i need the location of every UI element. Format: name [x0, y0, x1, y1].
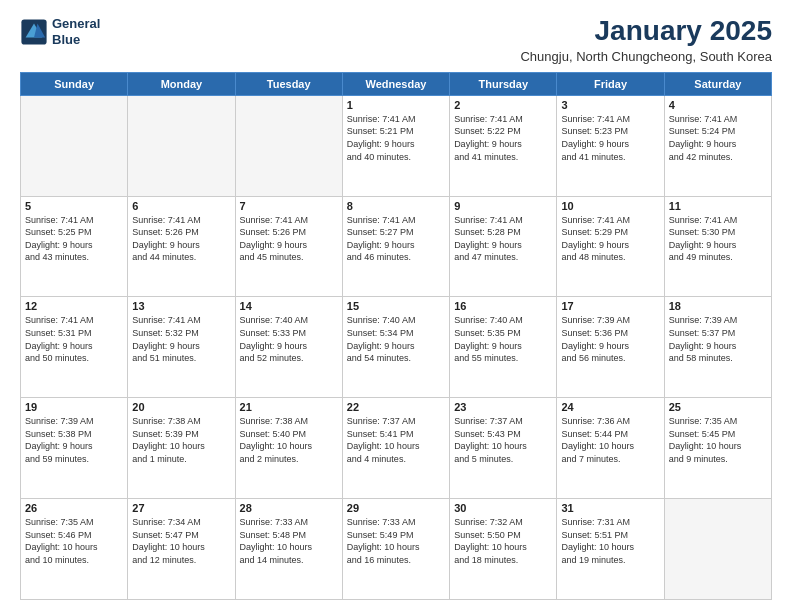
- logo: General Blue: [20, 16, 100, 47]
- day-number: 17: [561, 300, 659, 312]
- day-info: Sunrise: 7:41 AM Sunset: 5:32 PM Dayligh…: [132, 314, 230, 364]
- header: General Blue January 2025 Chungju, North…: [20, 16, 772, 64]
- day-info: Sunrise: 7:32 AM Sunset: 5:50 PM Dayligh…: [454, 516, 552, 566]
- calendar-cell-w5-d1: 26Sunrise: 7:35 AM Sunset: 5:46 PM Dayli…: [21, 499, 128, 600]
- day-info: Sunrise: 7:37 AM Sunset: 5:43 PM Dayligh…: [454, 415, 552, 465]
- header-saturday: Saturday: [664, 72, 771, 95]
- day-number: 21: [240, 401, 338, 413]
- day-number: 8: [347, 200, 445, 212]
- calendar-cell-w3-d3: 14Sunrise: 7:40 AM Sunset: 5:33 PM Dayli…: [235, 297, 342, 398]
- week-row-5: 26Sunrise: 7:35 AM Sunset: 5:46 PM Dayli…: [21, 499, 772, 600]
- calendar-cell-w3-d4: 15Sunrise: 7:40 AM Sunset: 5:34 PM Dayli…: [342, 297, 449, 398]
- calendar-cell-w2-d1: 5Sunrise: 7:41 AM Sunset: 5:25 PM Daylig…: [21, 196, 128, 297]
- day-number: 9: [454, 200, 552, 212]
- calendar-cell-w4-d2: 20Sunrise: 7:38 AM Sunset: 5:39 PM Dayli…: [128, 398, 235, 499]
- day-info: Sunrise: 7:41 AM Sunset: 5:21 PM Dayligh…: [347, 113, 445, 163]
- day-info: Sunrise: 7:41 AM Sunset: 5:23 PM Dayligh…: [561, 113, 659, 163]
- day-info: Sunrise: 7:38 AM Sunset: 5:40 PM Dayligh…: [240, 415, 338, 465]
- day-info: Sunrise: 7:34 AM Sunset: 5:47 PM Dayligh…: [132, 516, 230, 566]
- calendar-cell-w5-d6: 31Sunrise: 7:31 AM Sunset: 5:51 PM Dayli…: [557, 499, 664, 600]
- header-monday: Monday: [128, 72, 235, 95]
- day-info: Sunrise: 7:41 AM Sunset: 5:28 PM Dayligh…: [454, 214, 552, 264]
- day-number: 30: [454, 502, 552, 514]
- day-number: 13: [132, 300, 230, 312]
- logo-line2: Blue: [52, 32, 100, 48]
- calendar-table: Sunday Monday Tuesday Wednesday Thursday…: [20, 72, 772, 600]
- header-tuesday: Tuesday: [235, 72, 342, 95]
- day-info: Sunrise: 7:31 AM Sunset: 5:51 PM Dayligh…: [561, 516, 659, 566]
- day-number: 19: [25, 401, 123, 413]
- calendar-cell-w4-d5: 23Sunrise: 7:37 AM Sunset: 5:43 PM Dayli…: [450, 398, 557, 499]
- week-row-1: 1Sunrise: 7:41 AM Sunset: 5:21 PM Daylig…: [21, 95, 772, 196]
- day-number: 6: [132, 200, 230, 212]
- calendar-cell-w5-d4: 29Sunrise: 7:33 AM Sunset: 5:49 PM Dayli…: [342, 499, 449, 600]
- day-number: 22: [347, 401, 445, 413]
- calendar-cell-w3-d1: 12Sunrise: 7:41 AM Sunset: 5:31 PM Dayli…: [21, 297, 128, 398]
- calendar-cell-w1-d6: 3Sunrise: 7:41 AM Sunset: 5:23 PM Daylig…: [557, 95, 664, 196]
- header-thursday: Thursday: [450, 72, 557, 95]
- day-number: 18: [669, 300, 767, 312]
- calendar-cell-w5-d7: [664, 499, 771, 600]
- day-number: 4: [669, 99, 767, 111]
- header-wednesday: Wednesday: [342, 72, 449, 95]
- day-info: Sunrise: 7:41 AM Sunset: 5:24 PM Dayligh…: [669, 113, 767, 163]
- day-number: 5: [25, 200, 123, 212]
- day-info: Sunrise: 7:39 AM Sunset: 5:38 PM Dayligh…: [25, 415, 123, 465]
- calendar-cell-w5-d3: 28Sunrise: 7:33 AM Sunset: 5:48 PM Dayli…: [235, 499, 342, 600]
- calendar-cell-w2-d5: 9Sunrise: 7:41 AM Sunset: 5:28 PM Daylig…: [450, 196, 557, 297]
- day-number: 28: [240, 502, 338, 514]
- calendar-cell-w1-d3: [235, 95, 342, 196]
- day-number: 27: [132, 502, 230, 514]
- week-row-2: 5Sunrise: 7:41 AM Sunset: 5:25 PM Daylig…: [21, 196, 772, 297]
- day-number: 16: [454, 300, 552, 312]
- day-number: 12: [25, 300, 123, 312]
- calendar-cell-w2-d4: 8Sunrise: 7:41 AM Sunset: 5:27 PM Daylig…: [342, 196, 449, 297]
- day-info: Sunrise: 7:36 AM Sunset: 5:44 PM Dayligh…: [561, 415, 659, 465]
- calendar-cell-w1-d7: 4Sunrise: 7:41 AM Sunset: 5:24 PM Daylig…: [664, 95, 771, 196]
- week-row-4: 19Sunrise: 7:39 AM Sunset: 5:38 PM Dayli…: [21, 398, 772, 499]
- day-info: Sunrise: 7:40 AM Sunset: 5:33 PM Dayligh…: [240, 314, 338, 364]
- logo-line1: General: [52, 16, 100, 32]
- page: General Blue January 2025 Chungju, North…: [0, 0, 792, 612]
- days-header-row: Sunday Monday Tuesday Wednesday Thursday…: [21, 72, 772, 95]
- day-number: 14: [240, 300, 338, 312]
- calendar-cell-w2-d6: 10Sunrise: 7:41 AM Sunset: 5:29 PM Dayli…: [557, 196, 664, 297]
- day-info: Sunrise: 7:35 AM Sunset: 5:45 PM Dayligh…: [669, 415, 767, 465]
- day-info: Sunrise: 7:41 AM Sunset: 5:29 PM Dayligh…: [561, 214, 659, 264]
- day-number: 23: [454, 401, 552, 413]
- day-info: Sunrise: 7:41 AM Sunset: 5:31 PM Dayligh…: [25, 314, 123, 364]
- day-info: Sunrise: 7:39 AM Sunset: 5:37 PM Dayligh…: [669, 314, 767, 364]
- logo-icon: [20, 18, 48, 46]
- calendar-cell-w4-d3: 21Sunrise: 7:38 AM Sunset: 5:40 PM Dayli…: [235, 398, 342, 499]
- day-info: Sunrise: 7:41 AM Sunset: 5:22 PM Dayligh…: [454, 113, 552, 163]
- day-info: Sunrise: 7:33 AM Sunset: 5:49 PM Dayligh…: [347, 516, 445, 566]
- calendar-cell-w4-d7: 25Sunrise: 7:35 AM Sunset: 5:45 PM Dayli…: [664, 398, 771, 499]
- day-number: 7: [240, 200, 338, 212]
- day-info: Sunrise: 7:33 AM Sunset: 5:48 PM Dayligh…: [240, 516, 338, 566]
- day-info: Sunrise: 7:41 AM Sunset: 5:30 PM Dayligh…: [669, 214, 767, 264]
- day-number: 20: [132, 401, 230, 413]
- week-row-3: 12Sunrise: 7:41 AM Sunset: 5:31 PM Dayli…: [21, 297, 772, 398]
- calendar-cell-w4-d1: 19Sunrise: 7:39 AM Sunset: 5:38 PM Dayli…: [21, 398, 128, 499]
- calendar-cell-w2-d3: 7Sunrise: 7:41 AM Sunset: 5:26 PM Daylig…: [235, 196, 342, 297]
- day-number: 1: [347, 99, 445, 111]
- calendar-cell-w3-d5: 16Sunrise: 7:40 AM Sunset: 5:35 PM Dayli…: [450, 297, 557, 398]
- day-info: Sunrise: 7:41 AM Sunset: 5:26 PM Dayligh…: [132, 214, 230, 264]
- calendar-cell-w5-d5: 30Sunrise: 7:32 AM Sunset: 5:50 PM Dayli…: [450, 499, 557, 600]
- day-number: 11: [669, 200, 767, 212]
- location-subtitle: Chungju, North Chungcheong, South Korea: [520, 49, 772, 64]
- day-info: Sunrise: 7:38 AM Sunset: 5:39 PM Dayligh…: [132, 415, 230, 465]
- day-info: Sunrise: 7:37 AM Sunset: 5:41 PM Dayligh…: [347, 415, 445, 465]
- calendar-cell-w4-d6: 24Sunrise: 7:36 AM Sunset: 5:44 PM Dayli…: [557, 398, 664, 499]
- calendar-cell-w1-d2: [128, 95, 235, 196]
- month-title: January 2025: [520, 16, 772, 47]
- day-number: 24: [561, 401, 659, 413]
- calendar-cell-w5-d2: 27Sunrise: 7:34 AM Sunset: 5:47 PM Dayli…: [128, 499, 235, 600]
- title-block: January 2025 Chungju, North Chungcheong,…: [520, 16, 772, 64]
- day-number: 25: [669, 401, 767, 413]
- calendar-cell-w4-d4: 22Sunrise: 7:37 AM Sunset: 5:41 PM Dayli…: [342, 398, 449, 499]
- day-number: 2: [454, 99, 552, 111]
- day-number: 26: [25, 502, 123, 514]
- day-info: Sunrise: 7:41 AM Sunset: 5:26 PM Dayligh…: [240, 214, 338, 264]
- calendar-cell-w3-d6: 17Sunrise: 7:39 AM Sunset: 5:36 PM Dayli…: [557, 297, 664, 398]
